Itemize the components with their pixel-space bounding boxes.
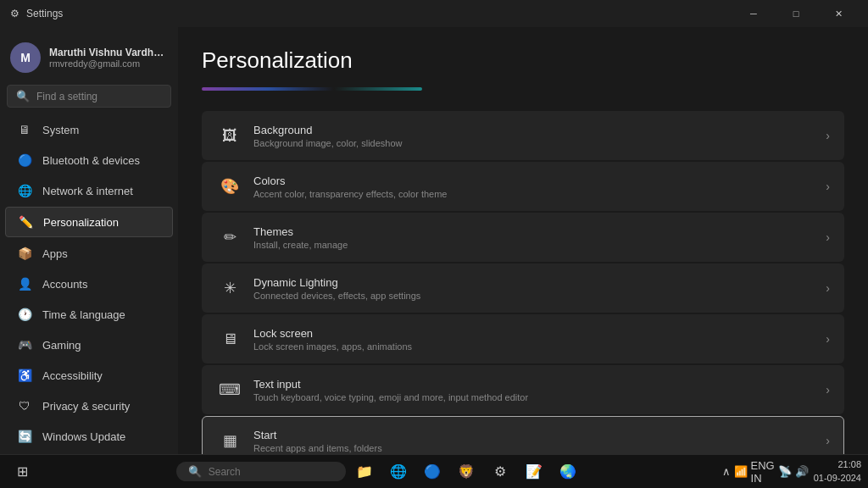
setting-title: Dynamic Lighting [253, 276, 815, 289]
setting-text: Lock screen Lock screen images, apps, an… [243, 327, 826, 352]
setting-desc: Touch keyboard, voice typing, emoji and … [253, 392, 815, 402]
taskbar-right: ∧ 📶 ENGIN 📡 🔊 21:08 01-09-2024 [722, 458, 861, 485]
setting-title: Text input [253, 378, 815, 391]
apps-icon: 📦 [17, 246, 32, 261]
sidebar-item-label: Personalization [43, 216, 119, 229]
network-tray-icon[interactable]: 📶 [734, 465, 748, 478]
content-area: Personalization 🖼 Background Background … [178, 27, 868, 454]
taskbar-notepad-button[interactable]: 📝 [519, 457, 549, 487]
titlebar-title: Settings [26, 8, 63, 19]
setting-text: Themes Install, create, manage [243, 225, 826, 250]
sidebar-item-system[interactable]: 🖥 System [5, 115, 173, 144]
accent-bar [202, 87, 422, 91]
setting-item-lock-screen[interactable]: 🖥 Lock screen Lock screen images, apps, … [202, 314, 844, 363]
search-input[interactable] [36, 91, 162, 103]
minimize-button[interactable]: ─ [734, 0, 773, 27]
chevron-right-icon: › [826, 332, 830, 346]
taskbar-search-box[interactable]: 🔍 [176, 462, 346, 481]
setting-item-colors[interactable]: 🎨 Colors Accent color, transparency effe… [202, 162, 844, 211]
sidebar-item-label: Network & internet [42, 185, 133, 197]
sidebar-item-gaming[interactable]: 🎮 Gaming [5, 330, 173, 359]
colors-icon: 🎨 [216, 173, 243, 200]
setting-text: Background Background image, color, slid… [243, 124, 826, 148]
sidebar-item-label: Accounts [42, 278, 87, 291]
setting-title: Themes [253, 225, 815, 238]
taskbar-search-input[interactable] [209, 466, 334, 478]
chevron-right-icon: › [826, 180, 830, 193]
clock[interactable]: 21:08 01-09-2024 [814, 458, 861, 485]
wifi-icon[interactable]: 📡 [778, 465, 792, 478]
taskbar-browser2-button[interactable]: 🌏 [553, 457, 583, 487]
personalization-icon: ✏️ [18, 214, 33, 230]
setting-title: Colors [253, 175, 815, 187]
titlebar: ⚙ Settings ─ □ ✕ [0, 0, 868, 27]
sidebar-item-label: Accessibility [42, 369, 103, 382]
setting-title: Lock screen [253, 327, 815, 340]
taskbar-settings-taskbar-button[interactable]: ⚙ [485, 457, 515, 487]
profile-name: Maruthi Vishnu Vardhan Redd... [49, 47, 168, 58]
update-icon: 🔄 [17, 429, 32, 444]
setting-item-dynamic-lighting[interactable]: ✳ Dynamic Lighting Connected devices, ef… [202, 263, 844, 313]
time-icon: 🕐 [17, 307, 32, 322]
chevron-up-icon[interactable]: ∧ [722, 465, 731, 478]
setting-text: Start Recent apps and items, folders [243, 429, 826, 453]
sidebar-search-box[interactable]: 🔍 [7, 85, 171, 108]
titlebar-left: ⚙ Settings [10, 8, 63, 19]
sidebar-item-label: Time & language [42, 308, 125, 321]
sidebar-item-update[interactable]: 🔄 Windows Update [5, 422, 173, 451]
setting-desc: Connected devices, effects, app settings [253, 291, 815, 301]
sidebar-item-label: System [42, 124, 79, 136]
sidebar-item-personalization[interactable]: ✏️ Personalization [5, 207, 173, 237]
app-body: M Maruthi Vishnu Vardhan Redd... rmvredd… [0, 27, 868, 454]
sidebar-item-network[interactable]: 🌐 Network & internet [5, 176, 173, 205]
taskbar-edge-button[interactable]: 🔵 [417, 457, 448, 487]
lock-screen-icon: 🖥 [216, 325, 243, 352]
setting-desc: Accent color, transparency effects, colo… [253, 189, 815, 199]
language-indicator: ENGIN [751, 459, 775, 485]
chevron-right-icon: › [826, 129, 830, 142]
setting-text: Colors Accent color, transparency effect… [243, 175, 826, 199]
sidebar-item-privacy[interactable]: 🛡 Privacy & security [5, 391, 173, 420]
taskbar-file-explorer-button[interactable]: 📁 [349, 457, 380, 487]
background-icon: 🖼 [216, 122, 243, 149]
sidebar-item-label: Privacy & security [42, 400, 130, 413]
setting-desc: Background image, color, slideshow [253, 138, 815, 148]
text-input-icon: ⌨ [216, 376, 243, 403]
setting-item-themes[interactable]: ✏ Themes Install, create, manage › [202, 213, 844, 262]
taskbar: ⊞ 🔍 📁 🌐 🔵 🦁 ⚙ 📝 🌏 ∧ 📶 ENGIN 📡 🔊 21:08 01… [0, 454, 868, 488]
profile-info: Maruthi Vishnu Vardhan Redd... rmvreddy@… [49, 47, 168, 69]
setting-title: Background [253, 124, 815, 136]
avatar: M [10, 42, 41, 73]
sidebar-item-label: Gaming [42, 339, 81, 352]
settings-icon: ⚙ [10, 8, 19, 19]
taskbar-brave-button[interactable]: 🦁 [451, 457, 481, 487]
dynamic-lighting-icon: ✳ [216, 274, 243, 302]
close-button[interactable]: ✕ [819, 0, 858, 27]
setting-desc: Install, create, manage [253, 240, 815, 250]
setting-desc: Recent apps and items, folders [253, 443, 815, 453]
sidebar-item-apps[interactable]: 📦 Apps [5, 239, 173, 268]
sidebar-item-time[interactable]: 🕐 Time & language [5, 300, 173, 329]
network-icon: 🌐 [17, 183, 32, 198]
setting-item-background[interactable]: 🖼 Background Background image, color, sl… [202, 111, 844, 160]
sidebar-item-bluetooth[interactable]: 🔵 Bluetooth & devices [5, 146, 173, 175]
clock-date: 01-09-2024 [814, 472, 861, 485]
clock-time: 21:08 [814, 458, 861, 471]
chevron-right-icon: › [826, 281, 830, 295]
taskbar-browser-button[interactable]: 🌐 [383, 457, 414, 487]
setting-text: Dynamic Lighting Connected devices, effe… [243, 276, 826, 301]
profile-section[interactable]: M Maruthi Vishnu Vardhan Redd... rmvredd… [0, 34, 178, 85]
taskbar-system-icons: ∧ 📶 ENGIN 📡 🔊 [722, 459, 809, 485]
volume-icon[interactable]: 🔊 [795, 465, 809, 478]
settings-list: 🖼 Background Background image, color, sl… [202, 111, 844, 454]
sidebar-item-accounts[interactable]: 👤 Accounts [5, 269, 173, 298]
chevron-right-icon: › [826, 383, 830, 396]
setting-item-start[interactable]: ▦ Start Recent apps and items, folders › [202, 416, 844, 454]
taskbar-center: 🔍 📁 🌐 🔵 🦁 ⚙ 📝 🌏 [41, 457, 719, 487]
profile-email: rmvreddy@gmail.com [49, 58, 168, 69]
setting-item-text-input[interactable]: ⌨ Text input Touch keyboard, voice typin… [202, 365, 844, 414]
start-button[interactable]: ⊞ [7, 457, 37, 487]
maximize-button[interactable]: □ [776, 0, 815, 27]
sidebar-item-accessibility[interactable]: ♿ Accessibility [5, 361, 173, 390]
search-icon: 🔍 [16, 90, 30, 103]
